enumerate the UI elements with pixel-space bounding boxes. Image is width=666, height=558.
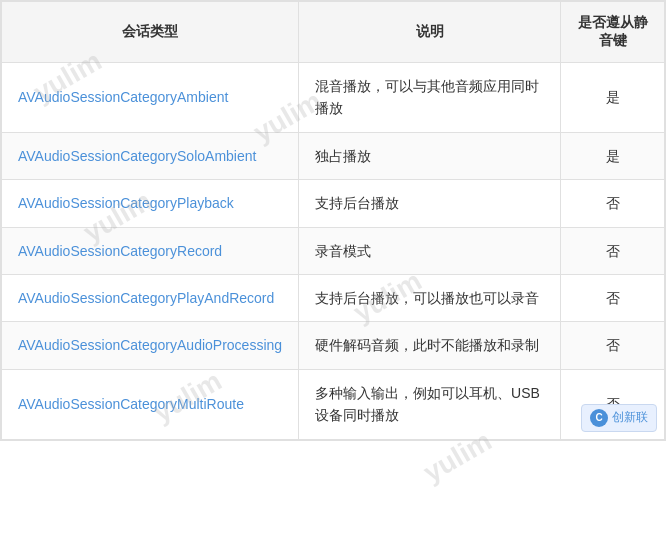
cell-category-1: AVAudioSessionCategorySoloAmbient xyxy=(2,132,299,179)
header-silent: 是否遵从静音键 xyxy=(561,2,665,63)
cell-category-0: AVAudioSessionCategoryAmbient xyxy=(2,63,299,133)
cell-description-1: 独占播放 xyxy=(299,132,561,179)
cell-description-4: 支持后台播放，可以播放也可以录音 xyxy=(299,274,561,321)
cell-silent-4: 否 xyxy=(561,274,665,321)
cell-silent-0: 是 xyxy=(561,63,665,133)
table-row: AVAudioSessionCategoryPlayback支持后台播放否 xyxy=(2,180,665,227)
cell-description-0: 混音播放，可以与其他音频应用同时播放 xyxy=(299,63,561,133)
cell-category-3: AVAudioSessionCategoryRecord xyxy=(2,227,299,274)
table-row: AVAudioSessionCategorySoloAmbient独占播放是 xyxy=(2,132,665,179)
cell-silent-2: 否 xyxy=(561,180,665,227)
cell-category-2: AVAudioSessionCategoryPlayback xyxy=(2,180,299,227)
cell-description-6: 多种输入输出，例如可以耳机、USB设备同时播放 xyxy=(299,369,561,439)
table-header-row: 会话类型 说明 是否遵从静音键 xyxy=(2,2,665,63)
header-description: 说明 xyxy=(299,2,561,63)
cell-description-5: 硬件解码音频，此时不能播放和录制 xyxy=(299,322,561,369)
cell-category-5: AVAudioSessionCategoryAudioProcessing xyxy=(2,322,299,369)
table-row: AVAudioSessionCategoryAudioProcessing硬件解… xyxy=(2,322,665,369)
cell-description-2: 支持后台播放 xyxy=(299,180,561,227)
logo-icon: C xyxy=(590,409,608,427)
cell-description-3: 录音模式 xyxy=(299,227,561,274)
cell-silent-3: 否 xyxy=(561,227,665,274)
table-row: AVAudioSessionCategoryMultiRoute多种输入输出，例… xyxy=(2,369,665,439)
main-table: 会话类型 说明 是否遵从静音键 AVAudioSessionCategoryAm… xyxy=(1,1,665,440)
cell-silent-5: 否 xyxy=(561,322,665,369)
table-row: AVAudioSessionCategoryRecord录音模式否 xyxy=(2,227,665,274)
cell-category-4: AVAudioSessionCategoryPlayAndRecord xyxy=(2,274,299,321)
table-row: AVAudioSessionCategoryAmbient混音播放，可以与其他音… xyxy=(2,63,665,133)
header-category: 会话类型 xyxy=(2,2,299,63)
cell-category-6: AVAudioSessionCategoryMultiRoute xyxy=(2,369,299,439)
table-row: AVAudioSessionCategoryPlayAndRecord支持后台播… xyxy=(2,274,665,321)
logo-badge: C 创新联 xyxy=(581,404,657,432)
cell-silent-1: 是 xyxy=(561,132,665,179)
logo-text: 创新联 xyxy=(612,409,648,426)
table-container: yulim yulim yulim yulim yulim yulim 会话类型… xyxy=(0,0,666,441)
